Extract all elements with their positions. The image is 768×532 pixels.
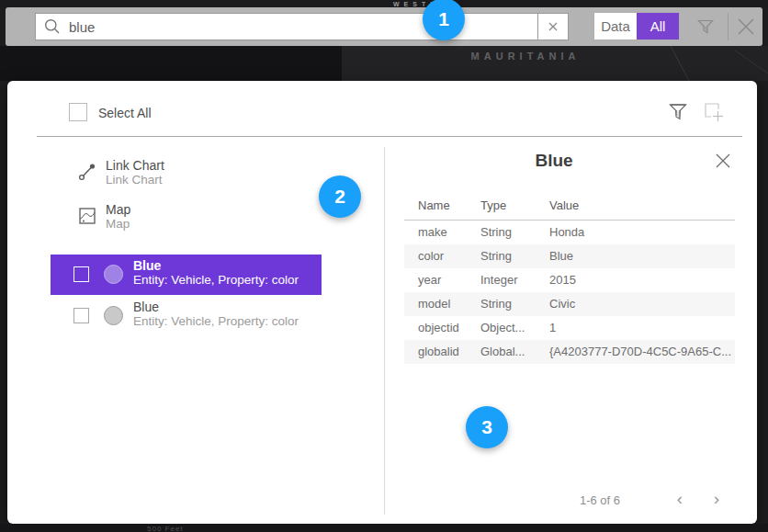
row-checkbox[interactable]: [73, 308, 89, 323]
list-item-subtitle: Entity: Vehicle, Property: color: [133, 314, 299, 329]
pagination-label: 1-6 of 6: [554, 492, 646, 509]
cell-type: String: [480, 292, 547, 316]
cell-type: Object...: [480, 316, 547, 340]
search-icon: [43, 17, 62, 36]
cell-name: objectid: [418, 316, 479, 340]
cell-name: make: [418, 221, 479, 244]
search-header-bar: Data All: [6, 7, 762, 46]
chevron-left-icon[interactable]: ‹: [671, 489, 689, 509]
map-border-lines: [551, 46, 768, 81]
cell-type: String: [480, 221, 547, 244]
clear-x-icon: [547, 20, 559, 33]
list-item-blue[interactable]: Blue Entity: Vehicle, Property: color: [51, 297, 344, 337]
filter-funnel-icon[interactable]: [695, 17, 716, 37]
table-header-name: Name: [418, 198, 450, 212]
search-results-panel: Select All: [7, 81, 757, 524]
search-clear-button[interactable]: [537, 13, 569, 40]
detail-title: Blue: [384, 151, 724, 171]
entity-circle-icon: [104, 265, 123, 284]
data-all-toggle: Data All: [593, 12, 680, 40]
cell-value: 1: [549, 316, 731, 340]
table-row: objectid Object... 1: [404, 316, 735, 340]
results-filter-funnel-icon[interactable]: [668, 101, 688, 123]
map-background-top: WESTER: [0, 0, 768, 7]
list-item-blue-selected[interactable]: Blue Entity: Vehicle, Property: color: [51, 255, 322, 295]
cell-value: Honda: [549, 221, 731, 244]
cell-value: Civic: [549, 292, 731, 316]
map-icon: [78, 207, 98, 227]
toggle-option-all[interactable]: All: [637, 13, 679, 40]
select-all-checkbox[interactable]: [69, 103, 87, 121]
table-row: globalid Global... {A4203777-D70D-4C5C-9…: [404, 340, 735, 364]
link-chart-icon: [77, 162, 97, 182]
table-row: model String Civic: [404, 292, 735, 316]
annotation-marker-2: 2: [319, 175, 361, 218]
toggle-option-data[interactable]: Data: [594, 13, 637, 40]
detail-close-icon[interactable]: [714, 152, 732, 170]
table-header-type: Type: [480, 198, 506, 212]
chevron-right-icon[interactable]: ›: [707, 489, 726, 509]
list-item-title: Map: [106, 202, 130, 217]
list-item-subtitle: Link Chart: [106, 173, 164, 187]
table-row: year Integer 2015: [404, 268, 735, 292]
table-header-value: Value: [549, 198, 579, 212]
map-ocean: [0, 46, 342, 81]
app-window: WESTER MAURITANIA Data A: [0, 0, 768, 532]
table-row: make String Honda: [404, 221, 735, 244]
list-item-title: Link Chart: [106, 158, 164, 173]
list-item-title: Blue: [133, 300, 299, 314]
entity-circle-icon: [104, 306, 123, 325]
row-checkbox[interactable]: [73, 266, 89, 282]
cell-name: model: [418, 292, 479, 316]
results-top-divider: [37, 136, 742, 137]
annotation-number: 3: [481, 416, 492, 438]
annotation-number: 1: [438, 8, 449, 30]
list-item-title: Blue: [133, 258, 299, 273]
map-background-bottom: 500 Feet: [0, 524, 768, 532]
cell-value: 2015: [549, 268, 731, 292]
list-item-subtitle: Map: [106, 217, 130, 232]
cell-type: Global...: [480, 340, 547, 364]
cell-name: globalid: [418, 340, 479, 364]
select-all-label: Select All: [98, 106, 152, 120]
cell-value: Blue: [549, 244, 731, 268]
header-divider: [728, 13, 728, 40]
cell-value: {A4203777-D70D-4C5C-9A65-C...: [549, 340, 731, 364]
annotation-number: 2: [334, 186, 345, 208]
map-scale-label: 500 Feet: [147, 525, 184, 532]
cell-name: color: [418, 244, 479, 268]
cell-name: year: [418, 268, 479, 292]
annotation-marker-3: 3: [466, 406, 508, 448]
add-selection-icon[interactable]: [702, 100, 726, 124]
table-row: color String Blue: [404, 244, 735, 268]
search-group: [35, 13, 569, 40]
list-item-subtitle: Entity: Vehicle, Property: color: [133, 273, 299, 288]
results-column-divider: [384, 147, 385, 515]
cell-type: String: [480, 244, 547, 268]
cell-type: Integer: [480, 268, 547, 292]
close-icon[interactable]: [735, 16, 757, 38]
annotation-marker-1: 1: [423, 0, 465, 40]
